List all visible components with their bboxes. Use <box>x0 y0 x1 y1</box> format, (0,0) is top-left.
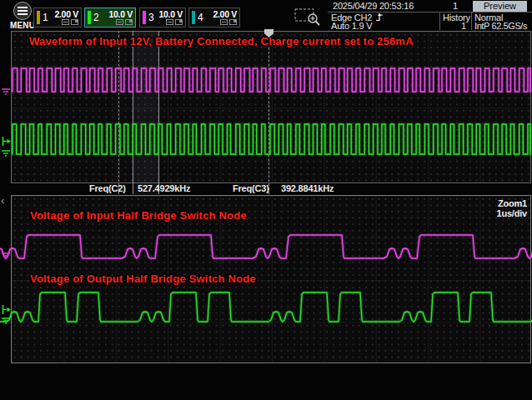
channel-3-scale: 10.0 V <box>158 11 183 18</box>
zoom-region-right-line[interactable] <box>158 31 159 194</box>
info-divider <box>439 12 440 30</box>
channel-4-box[interactable]: 4 2.00 V <box>188 8 240 28</box>
ch2-zoom-trigger-level-marker[interactable] <box>1 305 12 315</box>
history-value: 1 <box>443 21 466 31</box>
channel-3-box[interactable]: 3 10.0 V <box>139 8 186 28</box>
freq-c3-value: 392.8841kHz <box>281 183 334 193</box>
freq-c2-value: 527.4929kHz <box>138 183 190 193</box>
zoom-search-icon[interactable] <box>294 8 324 27</box>
zoom-timebase[interactable]: 1us/div <box>496 208 527 218</box>
oscilloscope-screen: MENU 1 2.00 V 2 10.0 V 3 10.0 V 4 2.00 V… <box>0 0 532 400</box>
rising-edge-icon <box>375 12 384 22</box>
coupling-icon <box>166 19 173 25</box>
channel-4-number: 4 <box>198 12 203 23</box>
channel-1-number: 1 <box>43 12 48 23</box>
channel-2-scale: 10.0 V <box>108 11 133 18</box>
ch2-trigger-level-marker[interactable] <box>1 137 12 147</box>
channel-2-color-bar <box>88 11 91 24</box>
channel-4-color-bar <box>192 11 195 24</box>
zoom-region-left-line[interactable] <box>133 31 133 194</box>
zoom-source-region[interactable] <box>133 31 158 194</box>
coupling-icon <box>62 19 69 25</box>
ch2-ground-marker[interactable] <box>1 149 11 158</box>
ch2-zoom-ground-marker[interactable] <box>1 317 11 325</box>
ch3-zoom-ground-marker[interactable] <box>1 252 11 260</box>
info-divider <box>471 12 472 30</box>
coupling-icon <box>220 19 228 25</box>
acquisition-count: 1 <box>453 1 458 11</box>
channel-2-box[interactable]: 2 10.0 V <box>84 8 136 28</box>
datetime: 2025/04/29 20:53:16 <box>333 1 414 11</box>
channel-1-scale: 2.00 V <box>54 11 78 18</box>
channel-4-scale: 2.00 V <box>213 11 237 18</box>
zoom-position-line[interactable] <box>118 31 119 194</box>
channel-2-number: 2 <box>93 12 99 23</box>
channel-3-number: 3 <box>148 12 154 23</box>
main-annotation: Waveform of Input 12V, Battery Connected… <box>29 35 414 48</box>
main-graticule <box>11 31 531 183</box>
freq-c3-label: Freq(C3) <box>233 183 269 193</box>
channel-1-box[interactable]: 1 2.00 V <box>33 8 82 28</box>
zoom-annotation-output: Voltage of Output Half Bridge Switch Nod… <box>30 272 256 285</box>
hamburger-icon <box>13 2 32 20</box>
zoom-annotation-input: Voltage of Input Half Bridge Switch Node <box>30 209 247 222</box>
probe-icon <box>175 19 183 25</box>
probe-icon <box>71 19 78 25</box>
freq-c2-label: Freq(C2) <box>89 183 126 193</box>
preview-badge[interactable]: Preview <box>473 1 527 12</box>
trigger-mode: Auto 1.9 V <box>331 21 372 31</box>
zoom-waveform-window: Zoom1 1us/div Voltage of Input Half Brid… <box>11 195 531 363</box>
trigger-position-line <box>269 31 269 194</box>
expand-chevron[interactable]: ‹ <box>1 194 4 207</box>
probe-icon <box>125 19 133 25</box>
probe-icon <box>229 19 237 25</box>
channel-1-color-bar <box>37 11 40 24</box>
main-waveform-window: Waveform of Input 12V, Battery Connected… <box>11 31 531 194</box>
zoom-title[interactable]: Zoom1 <box>498 198 527 208</box>
ch3-ground-marker[interactable] <box>1 88 11 96</box>
coupling-icon <box>116 19 123 25</box>
channel-3-color-bar <box>143 11 146 24</box>
